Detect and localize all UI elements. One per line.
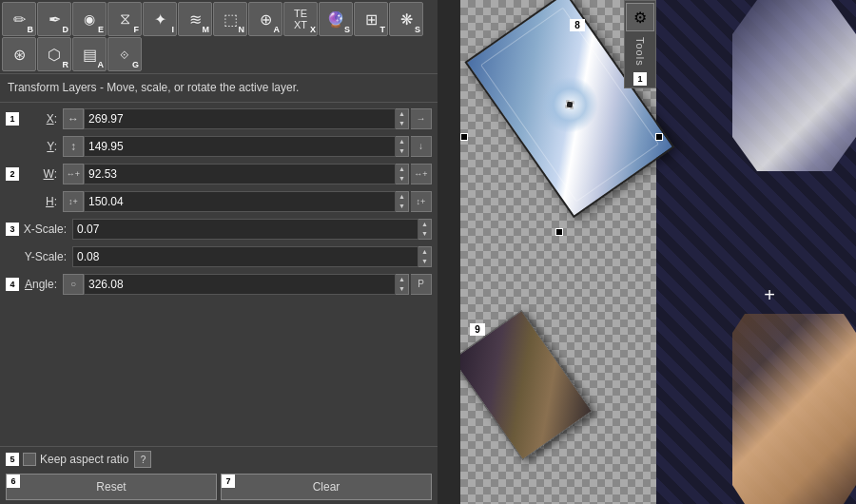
y-field-row: Y: ↕ ▲ ▼ ↓ xyxy=(6,134,432,159)
h-spinner[interactable]: ▲ ▼ xyxy=(396,191,409,212)
buttons-row: 6 Reset 7 Clear xyxy=(6,474,432,500)
layer-center-handle[interactable] xyxy=(565,100,574,108)
y-label: Y: xyxy=(6,140,63,153)
angle-icon-left[interactable]: ○ xyxy=(63,274,84,295)
h-spinner-down[interactable]: ▼ xyxy=(396,202,408,211)
angle-spinner-up[interactable]: ▲ xyxy=(396,275,408,284)
tool-text[interactable]: TEXTX xyxy=(283,2,318,36)
tool-fill[interactable]: ◉E xyxy=(72,2,107,36)
keep-aspect-label[interactable]: Keep aspect ratio xyxy=(23,453,128,466)
y-spinner-up[interactable]: ▲ xyxy=(396,137,408,146)
tool-script2[interactable]: ⟐G xyxy=(107,37,142,71)
keep-badge: 5 xyxy=(6,453,19,466)
yscale-spinner-down[interactable]: ▼ xyxy=(418,257,431,266)
tools-float-label: Tools xyxy=(632,33,648,70)
w-spinner-down[interactable]: ▼ xyxy=(396,174,408,184)
xscale-input[interactable] xyxy=(72,219,418,240)
h-input[interactable] xyxy=(84,191,396,212)
transform-layer[interactable] xyxy=(508,10,632,200)
yscale-label: Y-Scale: xyxy=(6,250,72,263)
tools-float-btn[interactable]: ⚙ xyxy=(626,3,654,31)
h-icon-left[interactable]: ↕+ xyxy=(63,191,84,212)
angle-field-row: 4 Angle: ○ ▲ ▼ P xyxy=(6,272,432,297)
angle-input-wrap: ▲ ▼ xyxy=(84,274,409,295)
x-input-wrap: ▲ ▼ xyxy=(84,108,409,129)
h-label: H: xyxy=(6,195,63,208)
x-input[interactable] xyxy=(84,108,396,129)
w-icon-left[interactable]: ↔+ xyxy=(63,164,84,184)
angle-icon-right[interactable]: P xyxy=(411,274,432,295)
w-input[interactable] xyxy=(84,164,396,184)
w-icon-right[interactable]: ↔+ xyxy=(411,164,432,184)
tool-script[interactable]: ▤A xyxy=(72,37,107,71)
second-layer xyxy=(479,323,565,447)
tool-swirl[interactable]: ❋S xyxy=(389,2,423,36)
y-icon-left[interactable]: ↕ xyxy=(63,136,84,157)
y-icon-right[interactable]: ↓ xyxy=(411,136,432,157)
clear-badge: 7 xyxy=(222,475,235,488)
canvas-node8: 8 xyxy=(570,19,585,31)
w-input-wrap: ▲ ▼ xyxy=(84,164,409,184)
decorative-panel xyxy=(656,0,856,504)
tool-eyedrop[interactable]: ⊕A xyxy=(248,2,282,36)
w-badge: 2 xyxy=(6,167,19,181)
crosshair-icon: + xyxy=(764,285,775,304)
tool-pencil[interactable]: ✒D xyxy=(37,2,71,36)
reset-label: Reset xyxy=(96,480,126,494)
canvas-content[interactable]: 8 9 + xyxy=(460,0,856,504)
tool-wand[interactable]: ✦I xyxy=(143,2,177,36)
tool-shape[interactable]: 🔮S xyxy=(319,2,353,36)
tool-pattern[interactable]: ⊞T xyxy=(354,2,388,36)
yscale-spinner[interactable]: ▲ ▼ xyxy=(418,246,432,267)
h-spinner-up[interactable]: ▲ xyxy=(396,192,408,202)
keep-aspect-checkbox[interactable] xyxy=(23,453,36,466)
description-text: Transform Layers - Move, scale, or rotat… xyxy=(8,81,299,94)
y-spinner-down[interactable]: ▼ xyxy=(396,146,408,156)
xscale-field-row: 3 X-Scale: ▲ ▼ xyxy=(6,217,432,242)
w-spinner-up[interactable]: ▲ xyxy=(396,165,408,174)
tool-noise[interactable]: ⬡R xyxy=(37,37,71,71)
decor-shape1 xyxy=(732,0,856,171)
xscale-spinner-up[interactable]: ▲ xyxy=(418,220,431,229)
yscale-field-row: Y-Scale: ▲ ▼ xyxy=(6,244,432,269)
yscale-spinner-up[interactable]: ▲ xyxy=(418,247,431,257)
xscale-spinner-down[interactable]: ▼ xyxy=(418,229,431,239)
tool-filter[interactable]: ⧖F xyxy=(107,2,142,36)
w-spinner[interactable]: ▲ ▼ xyxy=(396,164,409,184)
y-input[interactable] xyxy=(84,136,396,157)
keep-aspect-info-icon[interactable]: ? xyxy=(134,451,151,468)
w-field-row: 2 W: ↔+ ▲ ▼ ↔+ xyxy=(6,162,432,186)
clear-label: Clear xyxy=(313,480,340,494)
clear-button[interactable]: 7 Clear xyxy=(221,474,432,500)
handle-right[interactable] xyxy=(655,133,663,141)
x-spinner-down[interactable]: ▼ xyxy=(396,119,408,128)
angle-spinner[interactable]: ▲ ▼ xyxy=(396,274,409,295)
tool-brush[interactable]: ✏B xyxy=(2,2,36,36)
angle-input[interactable] xyxy=(84,274,396,295)
tool-smudge[interactable]: ≋M xyxy=(178,2,212,36)
x-spinner-up[interactable]: ▲ xyxy=(396,109,408,119)
tools-float-badge: 1 xyxy=(633,72,647,86)
yscale-input[interactable] xyxy=(72,246,418,267)
tool-clone[interactable]: ⊛ xyxy=(2,37,36,71)
h-field-row: H: ↕+ ▲ ▼ ↕+ xyxy=(6,189,432,214)
xscale-input-wrap: ▲ ▼ xyxy=(72,219,432,240)
keep-aspect-text: Keep aspect ratio xyxy=(40,453,128,466)
y-spinner[interactable]: ▲ ▼ xyxy=(396,136,409,157)
bottom-bar: 5 Keep aspect ratio ? 6 Reset 7 Clear xyxy=(0,446,438,504)
x-spinner[interactable]: ▲ ▼ xyxy=(396,108,409,129)
x-field-row: 1 X: ↔ ▲ ▼ → xyxy=(6,107,432,131)
h-icon-right[interactable]: ↕+ xyxy=(411,191,432,212)
angle-spinner-down[interactable]: ▼ xyxy=(396,284,408,294)
reset-button[interactable]: 6 Reset xyxy=(6,474,217,500)
handle-bottom-left[interactable] xyxy=(460,133,468,141)
angle-badge: 4 xyxy=(6,278,19,291)
xscale-spinner[interactable]: ▲ ▼ xyxy=(418,219,432,240)
toolbar: ✏B ✒D ◉E ⧖F ✦I ≋M ⬚N ⊕A TEXTX 🔮S ⊞T ❋S ⊛… xyxy=(0,0,438,74)
tool-stamp[interactable]: ⬚N xyxy=(213,2,247,36)
canvas-area: 8 9 + ⚙ Tools 1 xyxy=(438,0,856,504)
y-input-wrap: ▲ ▼ xyxy=(84,136,409,157)
handle-bottom[interactable] xyxy=(555,228,563,236)
x-icon-left[interactable]: ↔ xyxy=(63,108,84,129)
x-icon-right[interactable]: → xyxy=(411,108,432,129)
